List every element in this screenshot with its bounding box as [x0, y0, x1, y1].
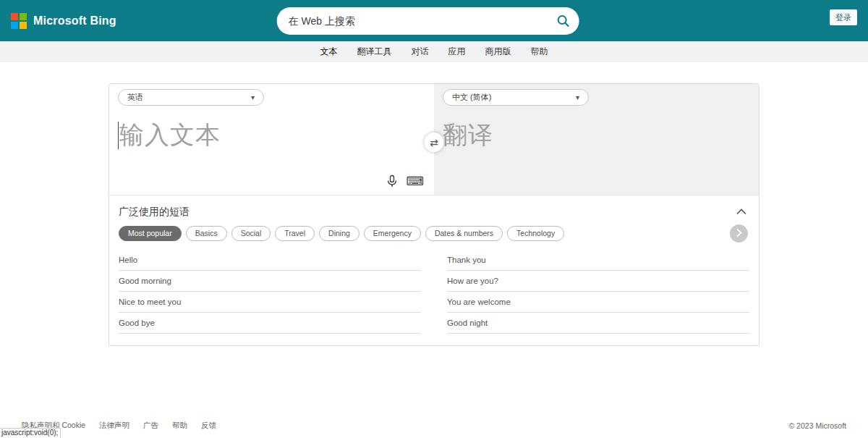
phrase-categories: Most popular Basics Social Travel Dining… [119, 226, 749, 241]
footer-link-feedback[interactable]: 反馈 [201, 421, 216, 431]
nav-item-business[interactable]: 商用版 [485, 46, 511, 58]
browser-status-text: javascript:void(0); [0, 428, 61, 438]
swap-languages-button[interactable]: ⇄ [425, 132, 444, 152]
microphone-icon[interactable] [386, 174, 398, 188]
collapse-phrases-button[interactable] [735, 205, 748, 219]
source-panel[interactable]: 英语 ▾ 输入文本 ⌨ [109, 84, 434, 195]
swap-icon: ⇄ [430, 137, 438, 148]
phrase-item[interactable]: Good bye [119, 313, 421, 334]
input-placeholder[interactable]: 输入文本 [118, 119, 221, 152]
nav-item-translator-tools[interactable]: 翻译工具 [357, 46, 392, 58]
main-content: 英语 ▾ 输入文本 ⌨ [0, 83, 868, 346]
source-language-label: 英语 [127, 92, 143, 103]
nav-item-apps[interactable]: 应用 [448, 46, 466, 58]
bing-logo[interactable]: Microsoft Bing [11, 13, 116, 29]
nav-bar: 文本 翻译工具 对话 应用 商用版 帮助 [0, 41, 868, 62]
phrases-title: 广泛使用的短语 [119, 206, 190, 219]
copyright-text: © 2023 Microsoft [788, 421, 846, 430]
chevron-down-icon: ▾ [576, 94, 579, 101]
brand-text: Microsoft Bing [33, 14, 116, 28]
translator-card: 英语 ▾ 输入文本 ⌨ [109, 83, 760, 346]
category-technology[interactable]: Technology [507, 226, 564, 241]
phrases-header: 广泛使用的短语 [119, 203, 749, 226]
keyboard-icon[interactable]: ⌨ [406, 175, 424, 188]
footer-link-help[interactable]: 帮助 [172, 421, 187, 431]
chevron-down-icon: ▾ [251, 94, 255, 101]
top-header: Microsoft Bing 登录 [0, 0, 868, 41]
phrases-section: 广泛使用的短语 Most popular Basics Social Trave… [109, 195, 759, 345]
target-language-selector[interactable]: 中文 (简体) ▾ [443, 89, 589, 106]
category-most-popular[interactable]: Most popular [119, 226, 182, 241]
phrase-item[interactable]: Hello [119, 250, 421, 271]
phrase-item[interactable]: Good night [447, 313, 749, 334]
nav-item-conversation[interactable]: 对话 [412, 46, 429, 58]
phrase-item[interactable]: Good morning [119, 271, 421, 292]
footer-link-legal[interactable]: 法律声明 [99, 421, 129, 431]
web-search-box[interactable] [277, 7, 579, 35]
footer-link-ads[interactable]: 广告 [143, 421, 158, 431]
phrase-item[interactable]: You are welcome [447, 292, 749, 313]
nav-item-help[interactable]: 帮助 [531, 46, 548, 58]
scroll-categories-right-button[interactable] [730, 224, 748, 243]
input-tools: ⌨ [386, 174, 424, 188]
category-emergency[interactable]: Emergency [364, 226, 421, 241]
target-language-label: 中文 (简体) [452, 92, 491, 103]
category-travel[interactable]: Travel [275, 226, 315, 241]
source-language-selector[interactable]: 英语 ▾ [118, 89, 264, 106]
category-social[interactable]: Social [231, 226, 271, 241]
page-footer: 隐私声明和 Cookie 法律声明 广告 帮助 反馈 © 2023 Micros… [0, 421, 868, 431]
translation-panels: 英语 ▾ 输入文本 ⌨ [109, 84, 759, 195]
phrase-item[interactable]: Thank you [447, 250, 749, 271]
phrase-list: Hello Thank you Good morning How are you… [119, 250, 749, 334]
text-caret [118, 122, 119, 149]
category-dining[interactable]: Dining [319, 226, 359, 241]
output-placeholder: 翻译 [443, 119, 493, 152]
chevron-right-icon [736, 228, 742, 240]
chevron-up-icon [736, 206, 746, 217]
search-input[interactable] [289, 15, 556, 27]
category-basics[interactable]: Basics [186, 226, 227, 241]
search-icon[interactable] [556, 14, 571, 28]
target-panel: 中文 (简体) ▾ 翻译 [434, 84, 759, 195]
microsoft-logo-icon [11, 13, 27, 29]
phrase-item[interactable]: How are you? [447, 271, 749, 292]
nav-item-text[interactable]: 文本 [320, 46, 338, 58]
phrase-item[interactable]: Nice to meet you [119, 292, 421, 313]
category-dates-numbers[interactable]: Dates & numbers [425, 226, 503, 241]
sign-in-button[interactable]: 登录 [830, 9, 857, 25]
